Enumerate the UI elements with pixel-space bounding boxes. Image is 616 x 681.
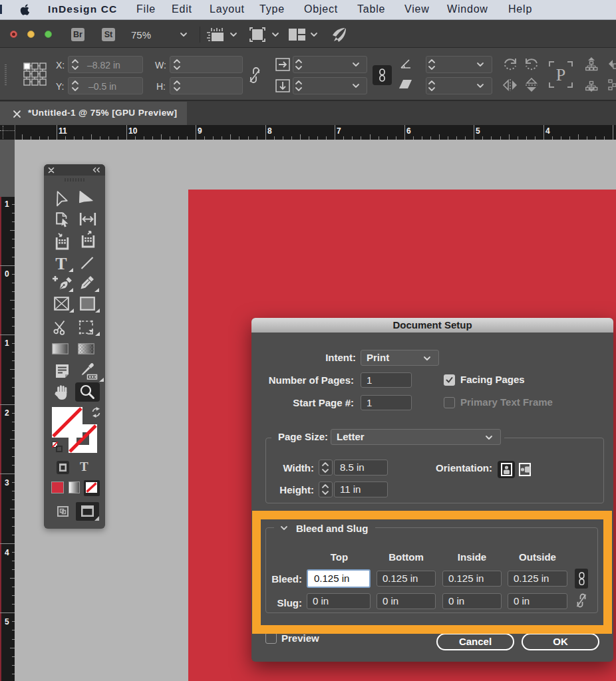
svg-text:P: P bbox=[556, 65, 565, 84]
svg-text:T: T bbox=[55, 254, 67, 273]
